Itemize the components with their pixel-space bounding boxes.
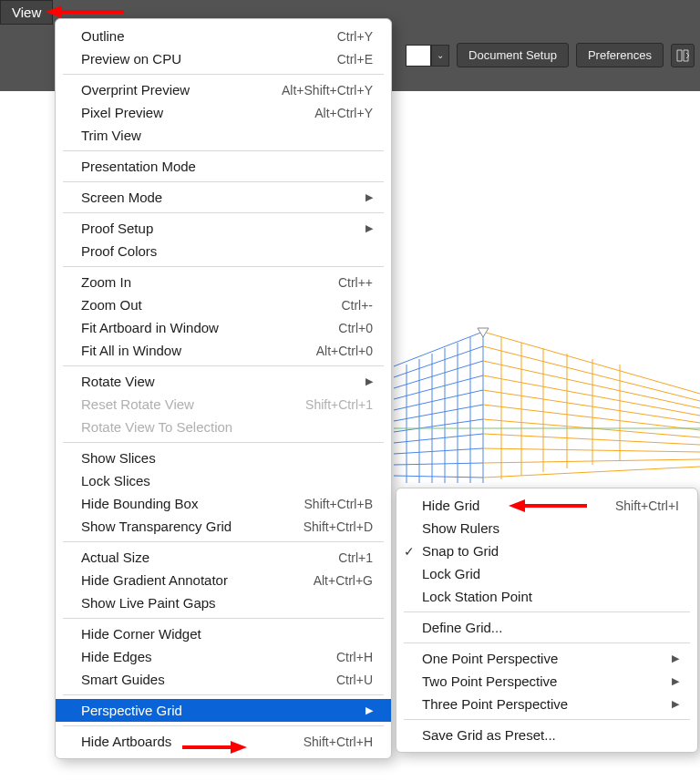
perspective-submenu-item[interactable]: Define Grid... xyxy=(396,616,697,639)
menu-item-label: Show Rulers xyxy=(422,520,679,536)
view-menu-separator xyxy=(63,618,384,619)
menu-item-label: Three Point Perspective xyxy=(422,696,663,712)
menu-item-label: Overprint Preview xyxy=(81,82,282,98)
view-menu-item: Rotate View To Selection xyxy=(56,416,391,438)
view-menu-item[interactable]: Show Slices xyxy=(56,447,391,469)
view-menu-item[interactable]: Overprint PreviewAlt+Shift+Ctrl+Y xyxy=(56,78,391,101)
view-dropdown-menu: OutlineCtrl+YPreview on CPUCtrl+EOverpri… xyxy=(55,18,392,759)
view-menu-separator xyxy=(63,74,384,75)
swatch-dropdown[interactable]: ⌄ xyxy=(431,45,449,67)
view-menu-separator xyxy=(63,212,384,213)
perspective-submenu-item[interactable]: Save Grid as Preset... xyxy=(396,724,697,746)
view-menu-item[interactable]: Lock Slices xyxy=(56,469,391,492)
view-menu-item[interactable]: OutlineCtrl+Y xyxy=(56,25,391,47)
menu-item-label: Show Live Paint Gaps xyxy=(81,595,373,611)
view-menu-item[interactable]: Perspective Grid▶ xyxy=(56,699,391,722)
menu-item-label: Lock Station Point xyxy=(422,589,679,604)
menu-item-shortcut: Ctrl+Y xyxy=(337,29,373,44)
perspective-submenu-item[interactable]: Hide GridShift+Ctrl+I xyxy=(396,494,697,517)
view-menu-item[interactable]: Screen Mode▶ xyxy=(56,186,391,209)
view-menu-item[interactable]: Show Live Paint Gaps xyxy=(56,591,391,614)
view-menu-item[interactable]: Proof Colors xyxy=(56,240,391,262)
submenu-arrow-icon: ▶ xyxy=(672,675,679,687)
check-icon: ✓ xyxy=(404,544,415,559)
view-menu-item[interactable]: Fit All in WindowAlt+Ctrl+0 xyxy=(56,339,391,362)
menu-item-label: Preview on CPU xyxy=(81,51,337,67)
menu-item-label: Show Transparency Grid xyxy=(81,519,304,534)
menu-item-label: Rotate View xyxy=(81,374,356,389)
view-menu-separator xyxy=(63,266,384,267)
view-menu-item[interactable]: Hide Gradient AnnotatorAlt+Ctrl+G xyxy=(56,569,391,591)
menu-item-shortcut: Ctrl++ xyxy=(338,275,373,290)
menu-item-label: Show Slices xyxy=(81,450,373,466)
view-menu-item[interactable]: Pixel PreviewAlt+Ctrl+Y xyxy=(56,101,391,124)
view-menu-item[interactable]: Rotate View▶ xyxy=(56,370,391,393)
view-menu-item[interactable]: Preview on CPUCtrl+E xyxy=(56,47,391,70)
menu-item-label: Pixel Preview xyxy=(81,105,314,120)
view-menu-item[interactable]: Proof Setup▶ xyxy=(56,217,391,240)
menu-item-label: Outline xyxy=(81,28,337,44)
perspective-submenu-separator xyxy=(404,611,690,612)
submenu-arrow-icon: ▶ xyxy=(365,222,373,234)
view-menu-item[interactable]: Fit Artboard in WindowCtrl+0 xyxy=(56,316,391,339)
menu-item-shortcut: Alt+Ctrl+0 xyxy=(316,344,373,358)
submenu-arrow-icon: ▶ xyxy=(365,375,373,387)
view-menu-item[interactable]: Actual SizeCtrl+1 xyxy=(56,546,391,569)
menu-item-label: Fit All in Window xyxy=(81,343,316,358)
menu-item-label: Hide Artboards xyxy=(81,734,304,749)
view-menu-item[interactable]: Hide ArtboardsShift+Ctrl+H xyxy=(56,730,391,753)
menu-item-shortcut: Ctrl+1 xyxy=(338,550,373,565)
menu-item-shortcut: Alt+Shift+Ctrl+Y xyxy=(282,83,373,98)
perspective-submenu-item[interactable]: One Point Perspective▶ xyxy=(396,647,697,670)
view-menu-item[interactable]: Presentation Mode xyxy=(56,155,391,178)
menu-item-label: Hide Corner Widget xyxy=(81,626,373,642)
menu-item-label: Two Point Perspective xyxy=(422,673,663,689)
menu-item-shortcut: Shift+Ctrl+I xyxy=(615,498,679,513)
view-menu-item[interactable]: Zoom InCtrl++ xyxy=(56,271,391,293)
view-menu-item[interactable]: Hide EdgesCtrl+H xyxy=(56,645,391,668)
submenu-arrow-icon: ▶ xyxy=(365,191,373,203)
perspective-submenu-item[interactable]: Lock Grid xyxy=(396,562,697,585)
menu-item-label: Screen Mode xyxy=(81,190,356,205)
view-menu-button[interactable]: View xyxy=(0,0,53,25)
panel-toggle-icon[interactable] xyxy=(671,44,695,67)
menu-item-label: Define Grid... xyxy=(422,620,679,635)
menu-item-shortcut: Shift+Ctrl+B xyxy=(304,497,373,511)
menu-item-label: Hide Gradient Annotator xyxy=(81,572,314,588)
view-menu-item[interactable]: Zoom OutCtrl+- xyxy=(56,293,391,316)
view-menu-item[interactable]: Hide Corner Widget xyxy=(56,622,391,645)
menu-item-shortcut: Ctrl+H xyxy=(336,650,373,664)
menu-item-label: Lock Slices xyxy=(81,473,373,488)
menu-item-shortcut: Alt+Ctrl+G xyxy=(314,573,373,588)
view-menu-item[interactable]: Trim View xyxy=(56,124,391,147)
view-menu-separator xyxy=(63,541,384,542)
menu-item-label: Perspective Grid xyxy=(81,703,356,718)
menu-item-label: Zoom In xyxy=(81,274,338,290)
preferences-button[interactable]: Preferences xyxy=(576,43,664,67)
view-menu-separator xyxy=(63,694,384,695)
view-menu-item[interactable]: Smart GuidesCtrl+U xyxy=(56,668,391,691)
menu-item-label: Actual Size xyxy=(81,550,338,565)
menu-item-label: Presentation Mode xyxy=(81,159,373,174)
perspective-submenu-item[interactable]: Show Rulers xyxy=(396,517,697,540)
view-menu-separator xyxy=(63,181,384,182)
view-menu-item[interactable]: Show Transparency GridShift+Ctrl+D xyxy=(56,515,391,538)
perspective-submenu-item[interactable]: Lock Station Point xyxy=(396,585,697,608)
menu-item-label: Hide Edges xyxy=(81,649,336,664)
perspective-submenu-item[interactable]: Three Point Perspective▶ xyxy=(396,693,697,715)
menu-item-label: Save Grid as Preset... xyxy=(422,727,679,743)
perspective-submenu-separator xyxy=(404,642,690,643)
fill-swatch[interactable] xyxy=(406,45,431,67)
document-setup-button[interactable]: Document Setup xyxy=(457,43,569,67)
menu-item-label: Trim View xyxy=(81,128,373,143)
view-menu-item[interactable]: Hide Bounding BoxShift+Ctrl+B xyxy=(56,492,391,515)
view-menu-separator xyxy=(63,365,384,366)
view-menu-item: Reset Rotate ViewShift+Ctrl+1 xyxy=(56,393,391,416)
menu-item-label: Zoom Out xyxy=(81,297,341,313)
toolbar-right: ⌄ Document Setup Preferences xyxy=(406,43,695,67)
perspective-submenu-item[interactable]: ✓Snap to Grid xyxy=(396,540,697,562)
perspective-submenu-item[interactable]: Two Point Perspective▶ xyxy=(396,670,697,693)
menu-item-label: Proof Colors xyxy=(81,243,373,259)
menu-item-shortcut: Ctrl+E xyxy=(337,52,373,67)
view-menu-separator xyxy=(63,150,384,151)
